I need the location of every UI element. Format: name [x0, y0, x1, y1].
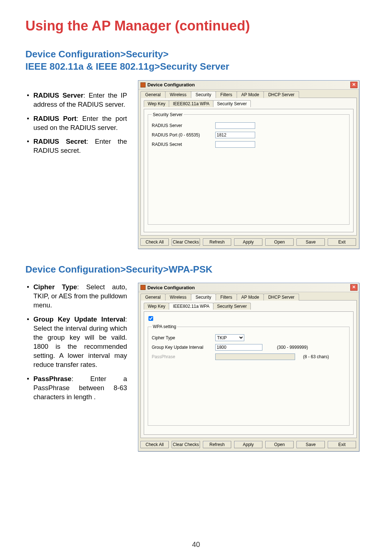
page-number: 40 — [0, 540, 392, 549]
app-icon — [140, 82, 146, 87]
tab-filters[interactable]: Filters — [216, 91, 237, 98]
apply-button[interactable]: Apply — [234, 238, 262, 246]
section2-heading: Device Configuration>Security>WPA-PSK — [25, 263, 367, 276]
titlebar: Device Configuration ✕ — [138, 283, 359, 292]
radius-secret-input[interactable] — [215, 141, 255, 148]
list-item: Cipher Type: Select auto, TKIP, or AES f… — [25, 283, 127, 310]
subtab-wepkey[interactable]: Wep Key — [144, 303, 169, 310]
list-item: RADIUS Server: Enter the IP address of t… — [25, 91, 127, 109]
interval-hint: (300 - 9999999) — [277, 345, 308, 350]
tab-filters[interactable]: Filters — [216, 294, 237, 301]
term: Cipher Type — [33, 283, 77, 291]
tab-panel: Wep Key IEEE802.11a WPA Security Server … — [140, 300, 357, 438]
radius-port-input[interactable] — [215, 132, 255, 138]
wpa-enable-checkbox[interactable] — [148, 316, 153, 321]
term: Group Key Update Interval — [33, 315, 125, 323]
button-row: Check All Clear Checks Refresh Apply Ope… — [138, 438, 359, 451]
save-button[interactable]: Save — [297, 441, 325, 448]
sub-panel: Security Server RADIUS Server RADIUS Por… — [144, 109, 354, 232]
section1-row: RADIUS Server: Enter the IP address of t… — [25, 80, 367, 249]
section2-bullets: Cipher Type: Select auto, TKIP, or AES f… — [25, 283, 127, 407]
tab-wireless[interactable]: Wireless — [165, 91, 191, 98]
tab-dhcp[interactable]: DHCP Server — [264, 91, 299, 98]
cipher-type-label: Cipher Type — [152, 335, 212, 340]
subtab-wepkey[interactable]: Wep Key — [144, 100, 169, 107]
list-item: RADIUS Secret: Enter the RADIUS secret. — [25, 137, 127, 155]
cipher-type-select[interactable]: TKIP — [215, 334, 244, 341]
clear-checks-button[interactable]: Clear Checks — [172, 238, 200, 246]
term: RADIUS Server — [33, 91, 83, 99]
sub-panel: WPA setting Cipher Type TKIP Group Key U… — [144, 311, 354, 435]
subtab-ieee80211awpa[interactable]: IEEE802.11a WPA — [169, 100, 213, 107]
sub-tabs: Wep Key IEEE802.11a WPA Security Server — [144, 100, 354, 107]
radius-secret-label: RADIUS Secret — [152, 142, 212, 147]
refresh-button[interactable]: Refresh — [203, 441, 231, 448]
close-icon[interactable]: ✕ — [350, 82, 358, 88]
radius-server-label: RADIUS Server — [152, 123, 212, 128]
titlebar: Device Configuration ✕ — [138, 81, 359, 90]
main-tabs: General Wireless Security Filters AP Mod… — [138, 292, 359, 301]
term: PassPhrase — [33, 375, 72, 383]
exit-button[interactable]: Exit — [328, 238, 356, 246]
security-server-group: Security Server RADIUS Server RADIUS Por… — [148, 112, 350, 225]
tab-security[interactable]: Security — [191, 91, 216, 98]
button-row: Check All Clear Checks Refresh Apply Ope… — [138, 236, 359, 249]
save-button[interactable]: Save — [297, 238, 325, 246]
section2-row: Cipher Type: Select auto, TKIP, or AES f… — [25, 283, 367, 451]
group-key-interval-label: Group Key Update Interval — [152, 345, 212, 350]
dialog-title: Device Configuration — [147, 82, 195, 87]
group-key-interval-input[interactable] — [215, 344, 262, 351]
radius-port-label: RADIUS Port (0 - 65535) — [152, 132, 212, 138]
term: RADIUS Secret — [33, 138, 86, 145]
page-title: Using the AP Manager (continued) — [25, 18, 367, 34]
dialog-wpa-psk: Device Configuration ✕ General Wireless … — [138, 283, 359, 451]
open-button[interactable]: Open — [265, 238, 294, 246]
tab-dhcp[interactable]: DHCP Server — [264, 294, 299, 301]
close-icon[interactable]: ✕ — [350, 284, 358, 291]
dialog-security-server: Device Configuration ✕ General Wireless … — [138, 80, 359, 249]
passphrase-hint: (8 - 63 chars) — [303, 354, 329, 359]
tab-apmode[interactable]: AP Mode — [237, 294, 264, 301]
tab-security[interactable]: Security — [191, 294, 216, 301]
refresh-button[interactable]: Refresh — [203, 238, 231, 246]
section1-heading-line2: IEEE 802.11a & IEEE 802.11g>Security Ser… — [25, 61, 229, 72]
subtab-securityserver[interactable]: Security Server — [213, 303, 251, 310]
sub-tabs: Wep Key IEEE802.11a WPA Security Server — [144, 303, 354, 310]
section1-heading: Device Configuration>Security> IEEE 802.… — [25, 48, 367, 73]
list-item: Group Key Update Interval: Select the in… — [25, 315, 127, 369]
group-legend: Security Server — [152, 112, 184, 117]
open-button[interactable]: Open — [265, 441, 294, 448]
subtab-ieee80211awpa[interactable]: IEEE802.11a WPA — [169, 303, 213, 310]
wpa-setting-group: WPA setting Cipher Type TKIP Group Key U… — [148, 324, 350, 426]
exit-button[interactable]: Exit — [328, 441, 356, 448]
clear-checks-button[interactable]: Clear Checks — [172, 441, 200, 448]
tab-wireless[interactable]: Wireless — [165, 294, 191, 301]
tab-general[interactable]: General — [140, 294, 166, 301]
list-item: PassPhrase: Enter a PassPhrase between 8… — [25, 375, 127, 402]
subtab-securityserver[interactable]: Security Server — [213, 100, 251, 107]
radius-server-input[interactable] — [215, 122, 255, 129]
list-item: RADIUS Port: Enter the port used on the … — [25, 114, 127, 132]
section1-heading-line1: Device Configuration>Security> — [25, 49, 168, 60]
term: RADIUS Port — [33, 115, 77, 122]
dialog-title: Device Configuration — [147, 285, 195, 290]
check-all-button[interactable]: Check All — [140, 238, 169, 246]
check-all-button[interactable]: Check All — [140, 441, 169, 448]
passphrase-label: PassPhrase — [152, 354, 212, 359]
desc: : Select the interval during which the g… — [33, 315, 127, 368]
tab-apmode[interactable]: AP Mode — [237, 91, 264, 98]
tab-general[interactable]: General — [140, 91, 166, 98]
main-tabs: General Wireless Security Filters AP Mod… — [138, 90, 359, 98]
passphrase-input[interactable] — [215, 353, 295, 360]
apply-button[interactable]: Apply — [234, 441, 262, 448]
tab-panel: Wep Key IEEE802.11a WPA Security Server … — [140, 98, 357, 236]
app-icon — [140, 285, 146, 290]
section1-bullets: RADIUS Server: Enter the IP address of t… — [25, 80, 127, 161]
group-legend: WPA setting — [152, 324, 177, 329]
